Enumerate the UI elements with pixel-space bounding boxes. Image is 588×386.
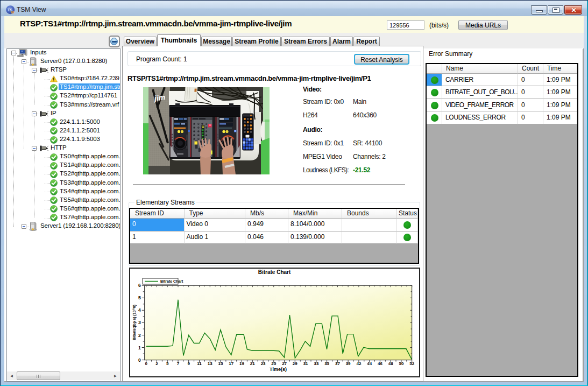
svg-text:48: 48 (388, 361, 393, 366)
svg-text:17: 17 (229, 361, 233, 366)
svg-text:4: 4 (138, 307, 141, 313)
svg-text:15: 15 (218, 361, 223, 366)
svg-text:44: 44 (367, 361, 372, 366)
svg-text:11: 11 (197, 361, 202, 366)
svg-text:2: 2 (155, 361, 158, 366)
svg-text:5: 5 (138, 295, 141, 300)
svg-text:31: 31 (303, 361, 308, 366)
svg-text:23: 23 (261, 361, 266, 366)
svg-text:39: 39 (346, 361, 351, 366)
svg-text:2: 2 (138, 333, 141, 338)
svg-text:27: 27 (282, 361, 287, 366)
svg-text:0: 0 (145, 361, 147, 366)
svg-text:jim: jim (153, 93, 166, 102)
svg-text:9: 9 (187, 361, 190, 366)
svg-text:7: 7 (177, 361, 180, 366)
svg-text:3: 3 (138, 320, 141, 325)
svg-text:50: 50 (399, 361, 403, 366)
svg-text:42: 42 (356, 361, 361, 366)
svg-text:0: 0 (138, 357, 141, 363)
svg-text:37: 37 (335, 361, 340, 366)
svg-text:33: 33 (314, 361, 318, 366)
svg-text:Bitrate Chart: Bitrate Chart (258, 269, 291, 275)
svg-text:19: 19 (239, 361, 244, 366)
svg-text:Time(s): Time(s) (270, 367, 287, 372)
svg-text:1: 1 (138, 345, 141, 350)
svg-text:21: 21 (250, 361, 255, 366)
svg-text:35: 35 (324, 361, 329, 366)
svg-text:46: 46 (378, 361, 382, 366)
svg-text:6: 6 (138, 283, 141, 288)
svg-text:13: 13 (208, 361, 212, 366)
svg-text:Bitrate Chart: Bitrate Chart (160, 279, 183, 283)
svg-text:25: 25 (271, 361, 276, 366)
svg-text:52: 52 (409, 361, 414, 366)
svg-text:29: 29 (293, 361, 297, 366)
svg-text:M: M (11, 10, 15, 14)
svg-text:5: 5 (166, 361, 169, 366)
svg-text:Bitrate:(bp s) (10^6): Bitrate:(bp s) (10^6) (132, 305, 137, 340)
